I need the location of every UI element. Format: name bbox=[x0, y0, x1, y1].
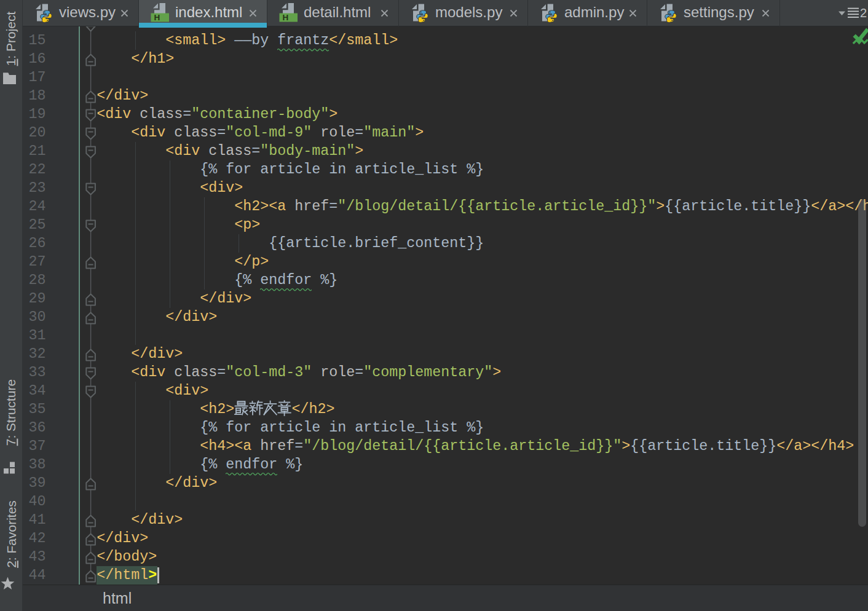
svg-text:H: H bbox=[154, 13, 160, 22]
svg-text:H: H bbox=[283, 13, 289, 22]
